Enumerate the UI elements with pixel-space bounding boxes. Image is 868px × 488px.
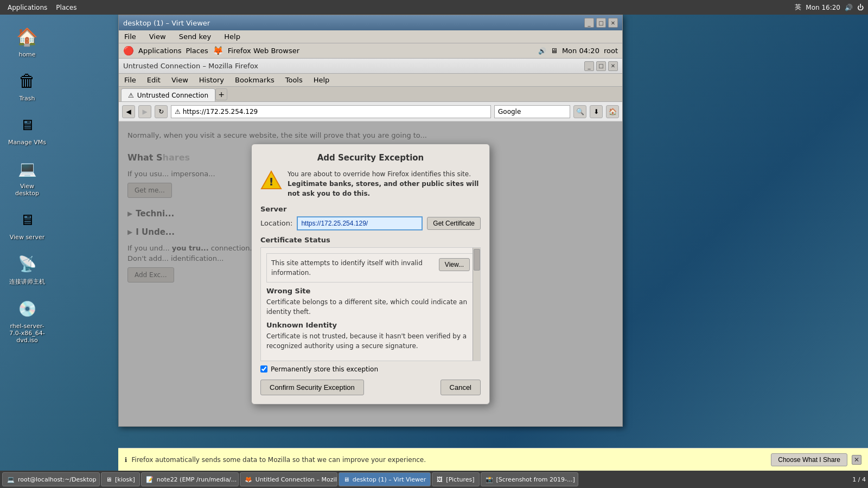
virt-viewer-menu-view[interactable]: View: [147, 31, 168, 42]
desktop-icon-view-desktop[interactable]: 💻 View desktop: [5, 153, 49, 199]
home-label: home: [18, 51, 35, 58]
taskbar-item-firefox[interactable]: 🦊 Untitled Connection – Mozilla ...: [240, 472, 337, 486]
taskbar-item-screenshots[interactable]: 📸 [Screenshot from 2019-...]: [481, 472, 578, 486]
view-desktop-label: View desktop: [8, 183, 47, 197]
firefox-new-tab-btn[interactable]: +: [215, 88, 227, 100]
dialog-cert-status-title: Certificate Status: [260, 236, 481, 244]
system-bar-left: Applications Places: [4, 3, 80, 12]
firefox-app-applications[interactable]: Applications: [138, 47, 181, 55]
tab-label: Untrusted Connection: [137, 92, 208, 99]
system-bar: Applications Places 英 Mon 16:20 🔊 ⏻: [0, 0, 868, 15]
nav-back-btn[interactable]: ◀: [122, 105, 135, 118]
firefox-app-monitor: 🖥: [551, 47, 558, 55]
dialog-warning-text: You are about to override how Firefox id…: [288, 169, 481, 198]
taskbar-pictures-label: [Pictures]: [446, 476, 474, 483]
rhel-iso-label: rhel-server-7.0-x86_64-dvd.iso: [8, 323, 47, 344]
firefox-inner-titlebar: Untrusted Connection – Mozilla Firefox _…: [119, 59, 622, 74]
dialog-checkbox-row: Permanently store this exception: [260, 365, 481, 373]
system-time: Mon 16:20: [806, 4, 840, 11]
virt-viewer-menu-sendkey[interactable]: Send key: [177, 31, 214, 42]
nav-forward-btn[interactable]: ▶: [138, 105, 151, 118]
firefox-app-bar: 🔴 Applications Places 🦊 Firefox Web Brow…: [119, 43, 622, 59]
desktop-icons: 🏠 home 🗑 Trash 🖥 Manage VMs 💻 View deskt…: [5, 22, 49, 346]
dialog-location-input[interactable]: [297, 216, 423, 230]
system-places-menu[interactable]: Places: [53, 3, 80, 12]
firefox-app-icon: 🦊: [213, 46, 224, 56]
taskbar-item-note22[interactable]: 📝 note22 (EMP /run/media/...: [141, 472, 239, 486]
taskbar-firefox-label: Untitled Connection – Mozilla ...: [256, 476, 337, 483]
firefox-content: Normally, when you visit a secure websit…: [119, 121, 622, 426]
firefox-inner-maximize-btn[interactable]: □: [596, 61, 606, 71]
nav-download-btn[interactable]: ⬇: [590, 105, 603, 118]
firefox-menu-edit[interactable]: Edit: [145, 75, 163, 85]
dialog-overlay: Add Security Exception ! You are about t…: [119, 121, 622, 426]
taskbar-item-virt-viewer[interactable]: 🖥 desktop (1) – Virt Viewer: [339, 472, 431, 486]
taskbar-firefox-icon: 🦊: [245, 476, 252, 483]
system-power-icon: ⏻: [857, 4, 864, 11]
nav-refresh-btn[interactable]: ↻: [155, 105, 168, 118]
system-applications-menu[interactable]: Applications: [4, 3, 50, 12]
desktop-icon-rhel-iso[interactable]: 💿 rhel-server-7.0-x86_64-dvd.iso: [5, 293, 49, 346]
dialog-unknown-identity-text: Certificate is not trusted, because it h…: [266, 331, 475, 351]
taskbar-item-pictures[interactable]: 🖼 [Pictures]: [432, 472, 479, 486]
firefox-app-browser-label[interactable]: Firefox Web Browser: [228, 47, 299, 55]
nav-home-btn[interactable]: 🏠: [606, 105, 619, 118]
tab-warning-icon: ⚠: [128, 92, 134, 99]
desktop-icon-connect-teacher[interactable]: 📡 连接讲师主机: [5, 248, 49, 288]
dialog-permanently-checkbox[interactable]: [260, 365, 267, 373]
dialog-location-label: Location:: [260, 219, 292, 227]
view-desktop-icon: 💻: [14, 156, 40, 182]
taskbar-note22-label: note22 (EMP /run/media/...: [157, 476, 237, 483]
taskbar-screenshots-label: [Screenshot from 2019-...]: [496, 476, 575, 483]
nav-search-btn[interactable]: 🔍: [573, 105, 586, 118]
virt-viewer-menu-file[interactable]: File: [122, 31, 138, 42]
virt-viewer-titlebar: desktop (1) – Virt Viewer _ □ ✕: [119, 15, 622, 30]
system-lang: 英: [795, 3, 801, 12]
firefox-menu-tools[interactable]: Tools: [283, 75, 305, 85]
firefox-app-bar-icon: 🔴: [123, 46, 134, 56]
desktop-icon-view-server[interactable]: 🖥 View server: [5, 204, 49, 243]
virt-viewer-menubar: File View Send key Help: [119, 30, 622, 43]
cert-status-text: This site attempts to identify itself wi…: [271, 258, 435, 278]
desktop-icon-manage-vms[interactable]: 🖥 Manage VMs: [5, 110, 49, 148]
virt-viewer-maximize-btn[interactable]: □: [596, 18, 606, 28]
notification-strip-close-btn[interactable]: ✕: [852, 455, 861, 465]
system-speaker-icon: 🔊: [845, 4, 853, 11]
scrollbar-thumb: [474, 249, 480, 271]
notification-info-icon: ℹ: [125, 456, 127, 464]
taskbar-screenshots-icon: 📸: [486, 476, 493, 483]
taskbar-item-terminal[interactable]: 💻 root@localhost:~/Desktop: [2, 472, 100, 486]
virt-viewer-title: desktop (1) – Virt Viewer: [123, 19, 210, 27]
taskbar-virt-viewer-label: desktop (1) – Virt Viewer: [353, 476, 426, 483]
firefox-menu-view[interactable]: View: [169, 75, 190, 85]
firefox-menu-bookmarks[interactable]: Bookmarks: [233, 75, 277, 85]
choose-what-share-btn[interactable]: Choose What I Share: [771, 453, 847, 466]
nav-url-bar[interactable]: ⚠ https://172.25.254.129: [171, 105, 491, 118]
firefox-menu-history[interactable]: History: [197, 75, 226, 85]
desktop-icon-trash[interactable]: 🗑 Trash: [5, 66, 49, 104]
desktop-icon-home[interactable]: 🏠 home: [5, 22, 49, 60]
dialog-confirm-security-exception-btn[interactable]: Confirm Security Exception: [260, 380, 364, 395]
dialog-view-btn[interactable]: View...: [439, 258, 470, 271]
firefox-menu-help[interactable]: Help: [311, 75, 332, 85]
dialog-get-certificate-btn[interactable]: Get Certificate: [427, 217, 481, 230]
firefox-inner-close-btn[interactable]: ✕: [608, 61, 618, 71]
view-server-icon: 🖥: [14, 207, 40, 233]
dialog-cert-content-area: This site attempts to identify itself wi…: [260, 247, 481, 361]
taskbar-terminal-icon: 💻: [7, 476, 15, 483]
trash-label: Trash: [19, 95, 35, 102]
firefox-inner-minimize-btn[interactable]: _: [584, 61, 594, 71]
taskbar-item-kiosk[interactable]: 🖥 [kiosk]: [101, 472, 140, 486]
virt-viewer-close-btn[interactable]: ✕: [608, 18, 618, 28]
firefox-app-time: Mon 04:20: [562, 47, 599, 55]
virt-viewer-menu-help[interactable]: Help: [222, 31, 242, 42]
dialog-cancel-btn[interactable]: Cancel: [441, 380, 481, 395]
virt-viewer-minimize-btn[interactable]: _: [584, 18, 594, 28]
dialog-scrollbar[interactable]: [473, 248, 480, 361]
dialog-server-section-title: Server: [260, 205, 481, 213]
virt-viewer-window: desktop (1) – Virt Viewer _ □ ✕ File Vie…: [118, 15, 623, 427]
firefox-app-places[interactable]: Places: [186, 47, 208, 55]
firefox-menu-file[interactable]: File: [122, 75, 138, 85]
firefox-tab-untrusted[interactable]: ⚠ Untrusted Connection: [121, 88, 215, 101]
nav-search-bar[interactable]: Google: [494, 105, 570, 118]
